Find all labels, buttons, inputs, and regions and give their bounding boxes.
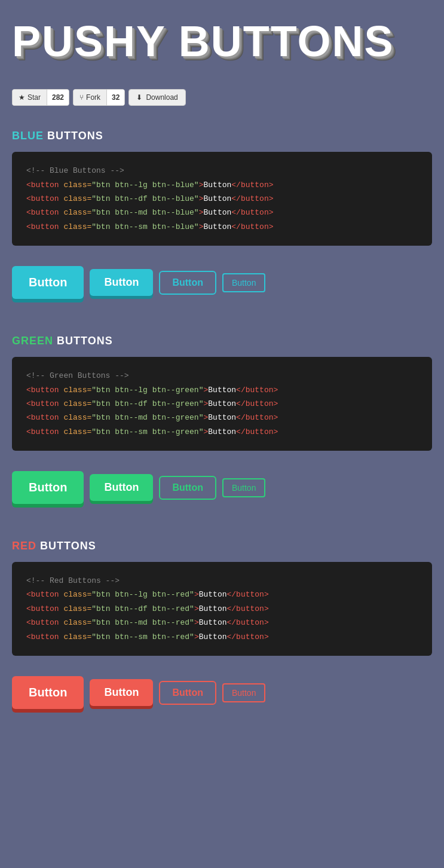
download-label: Download xyxy=(146,93,177,102)
star-badge-main[interactable]: Star xyxy=(13,90,47,105)
red-code-line-3: <button class="btn btn--md btn--red">But… xyxy=(26,616,418,629)
green-colored-label: GREEN xyxy=(12,335,53,347)
green-button-lg[interactable]: Button xyxy=(12,471,84,504)
red-section: RED BUTTONS <!-- Red Buttons --> <button… xyxy=(0,528,444,733)
blue-button-lg[interactable]: Button xyxy=(12,266,84,299)
blue-button-demo: Button Button Button Button xyxy=(12,260,432,317)
fork-icon xyxy=(79,93,84,102)
green-section-title: GREEN BUTTONS xyxy=(12,335,432,347)
blue-button-df[interactable]: Button xyxy=(90,269,153,296)
red-colored-label: RED xyxy=(12,540,36,552)
green-button-demo: Button Button Button Button xyxy=(12,465,432,522)
green-code-comment: <!-- Green Buttons --> xyxy=(26,369,418,383)
green-button-sm[interactable]: Button xyxy=(222,478,265,497)
blue-code-comment: <!-- Blue Buttons --> xyxy=(26,164,418,178)
page-title: PUSHY BUTTONS xyxy=(12,18,432,65)
green-code-block: <!-- Green Buttons --> <button class="bt… xyxy=(12,357,432,451)
blue-rest-label: BUTTONS xyxy=(47,130,103,142)
download-icon xyxy=(136,93,142,102)
blue-code-line-1: <button class="btn btn--lg btn--blue">Bu… xyxy=(26,178,418,192)
green-code-line-2: <button class="btn btn--df btn--green">B… xyxy=(26,397,418,411)
green-rest-label: BUTTONS xyxy=(57,335,113,347)
red-rest-label: BUTTONS xyxy=(40,540,96,552)
red-button-sm[interactable]: Button xyxy=(222,683,265,702)
star-badge[interactable]: Star 282 xyxy=(12,89,69,106)
blue-code-line-2: <button class="btn btn--df btn--blue">Bu… xyxy=(26,192,418,206)
star-count: 282 xyxy=(47,90,69,105)
red-button-demo: Button Button Button Button xyxy=(12,670,432,727)
red-code-comment: <!-- Red Buttons --> xyxy=(26,574,418,588)
fork-count: 32 xyxy=(107,90,124,105)
green-code-line-3: <button class="btn btn--md btn--green">B… xyxy=(26,411,418,424)
red-code-line-2: <button class="btn btn--df btn--red">But… xyxy=(26,602,418,616)
blue-button-sm[interactable]: Button xyxy=(222,273,265,292)
blue-code-block: <!-- Blue Buttons --> <button class="btn… xyxy=(12,152,432,246)
header: PUSHY BUTTONS xyxy=(0,0,444,77)
star-label: Star xyxy=(27,93,41,102)
red-code-block: <!-- Red Buttons --> <button class="btn … xyxy=(12,562,432,656)
fork-badge-main[interactable]: Fork xyxy=(74,90,107,105)
green-button-df[interactable]: Button xyxy=(90,474,153,501)
red-code-line-4: <button class="btn btn--sm btn--red">But… xyxy=(26,630,418,644)
fork-label: Fork xyxy=(86,93,100,102)
green-button-md[interactable]: Button xyxy=(159,476,216,500)
blue-colored-label: BLUE xyxy=(12,130,44,142)
blue-code-line-3: <button class="btn btn--md btn--blue">Bu… xyxy=(26,206,418,219)
blue-section-title: BLUE BUTTONS xyxy=(12,130,432,142)
green-code-line-1: <button class="btn btn--lg btn--green">B… xyxy=(26,383,418,397)
blue-button-md[interactable]: Button xyxy=(159,271,216,295)
red-button-df[interactable]: Button xyxy=(90,679,153,706)
red-button-lg[interactable]: Button xyxy=(12,676,84,709)
red-button-md[interactable]: Button xyxy=(159,681,216,705)
red-code-line-1: <button class="btn btn--lg btn--red">But… xyxy=(26,588,418,601)
green-section: GREEN BUTTONS <!-- Green Buttons --> <bu… xyxy=(0,323,444,528)
download-badge[interactable]: Download xyxy=(128,89,185,106)
star-icon xyxy=(19,93,25,102)
red-section-title: RED BUTTONS xyxy=(12,540,432,552)
blue-section: BLUE BUTTONS <!-- Blue Buttons --> <butt… xyxy=(0,118,444,323)
blue-code-line-4: <button class="btn btn--sm btn--blue">Bu… xyxy=(26,220,418,234)
badges-bar: Star 282 Fork 32 Download xyxy=(0,77,444,118)
download-badge-main[interactable]: Download xyxy=(129,90,185,105)
fork-badge[interactable]: Fork 32 xyxy=(73,89,125,106)
green-code-line-4: <button class="btn btn--sm btn--green">B… xyxy=(26,425,418,439)
